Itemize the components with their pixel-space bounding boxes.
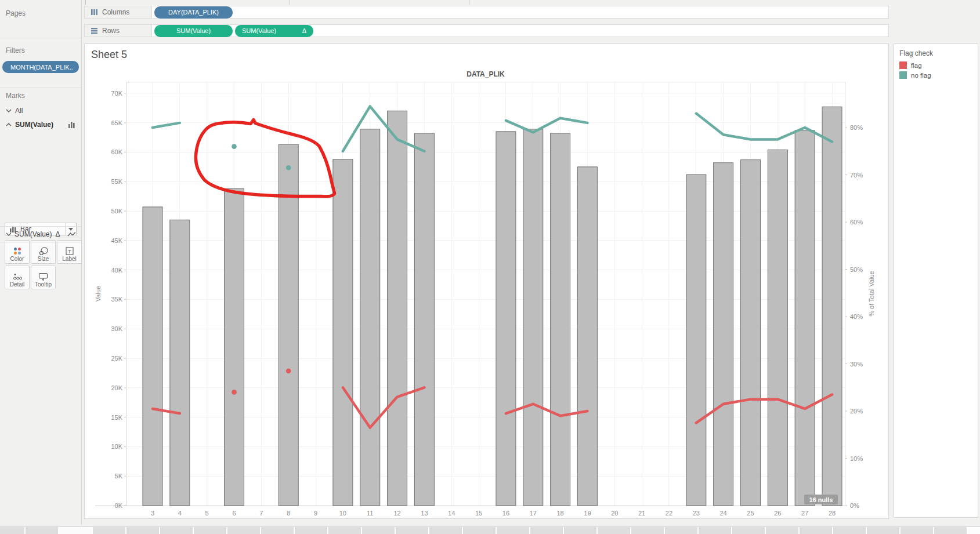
line-mark-no-flag[interactable] <box>153 123 180 128</box>
chart-title: DATA_PLIK <box>467 70 505 78</box>
bar-mark-day-16[interactable] <box>496 132 516 506</box>
window-edge-segment <box>665 527 697 534</box>
columns-shelf-label: Columns <box>102 8 129 16</box>
nulls-indicator-badge[interactable]: 16 nulls <box>804 495 838 504</box>
left-axis-tick-label: 50K <box>111 208 122 215</box>
line-mark-no-flag[interactable] <box>506 118 588 132</box>
bar-mark-day-25[interactable] <box>740 160 760 506</box>
no-flag-color-swatch <box>899 71 907 79</box>
x-axis-day-label: 3 <box>151 510 154 517</box>
bar-chart-icon <box>68 121 75 128</box>
bar-mark-day-23[interactable] <box>686 175 706 506</box>
legend-item-flag[interactable]: flag <box>899 61 978 69</box>
point-mark-flag[interactable] <box>286 368 291 373</box>
bar-mark-day-13[interactable] <box>414 133 434 506</box>
window-edge-segment <box>295 527 327 534</box>
marks-all-row[interactable]: All <box>6 107 81 115</box>
rows-shelf-label-cell: Rows <box>85 25 152 37</box>
bar-mark-day-28[interactable] <box>822 107 842 506</box>
tableau-window: Pages Filters MONTH(DATA_PLIK.. Marks Al… <box>0 0 980 534</box>
left-sidebar: Pages Filters MONTH(DATA_PLIK.. Marks Al… <box>0 0 82 525</box>
detail-button[interactable]: Detail <box>5 266 30 289</box>
right-axis-tick-label: 50% <box>850 266 863 273</box>
window-edge-segment <box>362 527 395 534</box>
left-axis-tick-label: 10K <box>111 443 122 450</box>
window-edge-segment <box>530 527 563 534</box>
window-edge-segment <box>126 527 159 534</box>
delta-symbol: Δ <box>56 230 60 238</box>
window-edge-segment <box>833 527 866 534</box>
window-edge-segment <box>93 527 125 534</box>
left-axis-tick-label: 55K <box>111 178 122 185</box>
worksheet-view: Sheet 5 0K5K10K15K20K25K30K35K40K45K50K5… <box>84 43 889 519</box>
size-icon <box>38 246 49 256</box>
color-button[interactable]: Color <box>5 240 30 264</box>
x-axis-day-label: 23 <box>693 510 700 517</box>
label-button[interactable]: T Label <box>57 240 82 264</box>
left-axis-tick-label: 15K <box>111 414 122 421</box>
marks-card-title: SUM(Value) <box>15 121 53 129</box>
line-mark-no-flag[interactable] <box>343 106 425 151</box>
bar-mark-day-19[interactable] <box>577 167 597 506</box>
left-axis-tick-label: 70K <box>111 90 122 97</box>
x-axis-day-label: 25 <box>747 510 754 517</box>
bar-mark-day-10[interactable] <box>333 159 353 506</box>
x-axis-day-label: 18 <box>556 510 563 517</box>
pill-sum-value-delta[interactable]: SUM(Value) Δ <box>235 25 313 37</box>
pill-sum-value[interactable]: SUM(Value) <box>154 25 233 37</box>
point-mark-no-flag[interactable] <box>232 144 237 149</box>
line-mark-flag[interactable] <box>343 387 425 427</box>
marks-all-label: All <box>15 107 23 115</box>
legend-item-no-flag[interactable]: no flag <box>899 71 978 79</box>
bar-mark-day-17[interactable] <box>523 129 543 506</box>
rows-icon <box>91 27 98 34</box>
x-axis-day-label: 27 <box>801 510 808 517</box>
bar-mark-day-4[interactable] <box>170 220 190 506</box>
x-axis-day-label: 6 <box>232 510 236 517</box>
window-edge-segment <box>26 527 58 534</box>
tooltip-button-label: Tooltip <box>35 281 52 288</box>
marks-sum-value-row[interactable]: SUM(Value) <box>6 121 75 129</box>
left-axis-title: Value <box>95 286 102 301</box>
pill-day-data-plik[interactable]: DAY(DATA_PLIK) <box>154 6 233 19</box>
delta-symbol: Δ <box>302 27 306 34</box>
second-measure-card[interactable]: SUM(Value) Δ <box>0 226 81 242</box>
window-edge-segment <box>631 527 664 534</box>
bar-mark-day-3[interactable] <box>143 207 162 506</box>
bar-mark-day-18[interactable] <box>551 133 570 506</box>
x-axis-day-label: 13 <box>421 510 428 517</box>
bar-mark-day-8[interactable] <box>279 144 298 506</box>
x-axis-day-label: 14 <box>448 510 455 517</box>
x-axis-day-label: 11 <box>367 510 373 517</box>
point-mark-no-flag[interactable] <box>286 165 291 170</box>
rows-shelf[interactable]: Rows SUM(Value) SUM(Value) Δ <box>84 24 889 37</box>
line-mark-flag[interactable] <box>506 404 588 416</box>
window-edge-segment <box>901 527 933 534</box>
bar-mark-day-27[interactable] <box>795 130 815 506</box>
filter-pill-month-data-plik[interactable]: MONTH(DATA_PLIK.. <box>2 61 79 73</box>
columns-icon <box>91 9 98 16</box>
color-icon <box>12 246 23 256</box>
tooltip-button[interactable]: Tooltip <box>31 266 56 289</box>
filters-shelf[interactable]: Filters MONTH(DATA_PLIK.. <box>0 43 81 88</box>
point-mark-flag[interactable] <box>232 390 237 395</box>
window-edge-segment <box>194 527 226 534</box>
svg-text:T: T <box>68 249 71 255</box>
color-button-label: Color <box>10 256 24 262</box>
right-axis-tick-label: 10% <box>850 455 863 462</box>
right-axis-tick-label: 30% <box>850 361 863 368</box>
size-button[interactable]: Size <box>31 240 56 264</box>
window-edge-segment <box>59 527 92 534</box>
bar-mark-day-11[interactable] <box>360 129 380 506</box>
columns-shelf[interactable]: Columns DAY(DATA_PLIK) <box>84 6 889 19</box>
bar-mark-day-26[interactable] <box>768 150 787 506</box>
x-axis-day-label: 5 <box>205 510 209 517</box>
bar-mark-day-12[interactable] <box>388 111 407 506</box>
window-edge-segment <box>396 527 428 534</box>
detail-button-label: Detail <box>10 281 25 288</box>
bar-mark-day-24[interactable] <box>714 163 733 506</box>
pages-shelf[interactable]: Pages <box>0 5 81 38</box>
flag-color-swatch <box>899 61 907 69</box>
x-axis-day-label: 26 <box>774 510 781 517</box>
bar-mark-day-6[interactable] <box>225 188 244 506</box>
